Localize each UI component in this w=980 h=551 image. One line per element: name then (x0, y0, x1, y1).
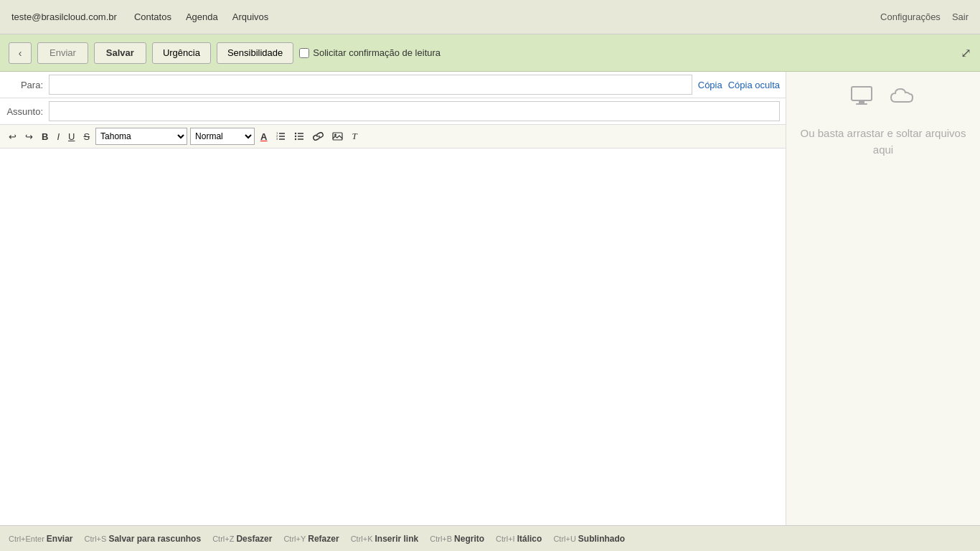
ordered-list-button[interactable]: 123 (273, 130, 288, 143)
font-size-select[interactable]: Normal Pequeno Grande (190, 128, 255, 145)
strikethrough-button[interactable]: S (80, 130, 93, 143)
shortcut-underline: Ctrl+U Sublinhado (553, 534, 625, 544)
cc-link[interactable]: Cópia (698, 80, 722, 90)
format-toolbar: ↩ ↪ B I U S Tahoma Arial Times New Roman… (0, 125, 786, 149)
user-email: teste@brasilcloud.com.br (11, 11, 117, 22)
expand-icon[interactable]: ⤢ (961, 46, 971, 60)
drop-text: Ou basta arrastar e soltar arquivos aqui (798, 126, 969, 158)
shortcut-link: Ctrl+K Inserir link (351, 534, 419, 544)
confirm-read-text: Solicitar confirmação de leitura (313, 47, 440, 58)
save-button[interactable]: Salvar (94, 42, 146, 64)
top-navigation: teste@brasilcloud.com.br Contatos Agenda… (0, 0, 980, 34)
confirm-read-label[interactable]: Solicitar confirmação de leitura (299, 47, 440, 58)
nav-arquivos[interactable]: Arquivos (232, 11, 269, 22)
configuracoes-link[interactable]: Configurações (880, 11, 941, 22)
svg-point-14 (334, 134, 336, 136)
subject-label: Assunto: (6, 106, 49, 117)
monitor-icon[interactable] (850, 86, 873, 111)
cc-bcc-links: Cópia Cópia oculta (698, 80, 780, 90)
shortcut-key-redo: Ctrl+Y (283, 534, 306, 543)
shortcut-label-send: Enviar (47, 534, 73, 544)
compose-toolbar-left: ‹ Enviar Salvar Urgência Sensibilidade S… (9, 42, 440, 64)
compose-main: Para: Cópia Cópia oculta Assunto: ↩ ↪ B … (0, 72, 980, 525)
to-input[interactable] (49, 75, 692, 95)
shortcut-key-undo: Ctrl+Z (212, 534, 234, 543)
redo-button[interactable]: ↪ (22, 130, 36, 143)
clear-format-button[interactable]: T (349, 129, 359, 143)
svg-point-10 (295, 136, 296, 137)
to-field-row: Para: Cópia Cópia oculta (0, 72, 786, 98)
shortcut-save: Ctrl+S Salvar para rascunhos (85, 534, 202, 544)
shortcut-label-italic: Itálico (517, 534, 542, 544)
shortcut-key-link: Ctrl+K (351, 534, 373, 543)
insert-image-button[interactable] (329, 131, 346, 142)
svg-rect-13 (333, 133, 342, 140)
unordered-list-button[interactable] (291, 130, 307, 143)
attach-panel: Ou basta arrastar e soltar arquivos aqui (786, 72, 980, 525)
shortcut-italic: Ctrl+I Itálico (496, 534, 542, 544)
italic-button[interactable]: I (54, 130, 62, 143)
shortcut-label-redo: Refazer (308, 534, 339, 544)
nav-agenda[interactable]: Agenda (186, 11, 218, 22)
top-nav-left: teste@brasilcloud.com.br Contatos Agenda… (11, 11, 268, 22)
svg-rect-17 (856, 103, 867, 105)
shortcut-key-bold: Ctrl+B (430, 534, 452, 543)
send-button[interactable]: Enviar (37, 42, 88, 64)
shortcut-label-save: Salvar para rascunhos (108, 534, 201, 544)
nav-contatos[interactable]: Contatos (134, 11, 171, 22)
shortcut-label-undo: Desfazer (236, 534, 272, 544)
insert-link-button[interactable] (310, 131, 326, 142)
shortcut-send: Ctrl+Enter Enviar (9, 534, 73, 544)
svg-text:3: 3 (276, 137, 278, 141)
shortcut-bold: Ctrl+B Negrito (430, 534, 484, 544)
svg-rect-15 (852, 87, 872, 100)
bcc-link[interactable]: Cópia oculta (728, 80, 780, 90)
font-color-button[interactable]: A (258, 130, 270, 143)
shortcut-key-italic: Ctrl+I (496, 534, 515, 543)
subject-field-row: Assunto: (0, 98, 786, 125)
nav-links: Contatos Agenda Arquivos (134, 11, 268, 22)
shortcut-label-underline: Sublinhado (578, 534, 625, 544)
confirm-read-checkbox[interactable] (299, 48, 309, 58)
sair-link[interactable]: Sair (952, 11, 969, 22)
bold-button[interactable]: B (39, 130, 51, 143)
font-name-select[interactable]: Tahoma Arial Times New Roman (95, 128, 187, 145)
underline-button[interactable]: U (65, 130, 77, 143)
attach-icons (850, 86, 916, 111)
expand-button-wrapper[interactable]: ⤢ (961, 45, 971, 61)
shortcut-label-bold: Negrito (454, 534, 484, 544)
sensibilidade-button[interactable]: Sensibilidade (217, 42, 293, 64)
shortcut-redo: Ctrl+Y Refazer (283, 534, 339, 544)
shortcut-key-send: Ctrl+Enter (9, 534, 44, 543)
back-button[interactable]: ‹ (9, 42, 32, 64)
svg-point-9 (295, 133, 296, 134)
shortcut-label-link: Inserir link (375, 534, 419, 544)
undo-button[interactable]: ↩ (6, 130, 19, 143)
urgencia-button[interactable]: Urgência (152, 42, 211, 64)
compose-toolbar: ‹ Enviar Salvar Urgência Sensibilidade S… (0, 34, 980, 72)
svg-point-11 (295, 138, 296, 140)
to-label: Para: (6, 80, 49, 90)
cloud-icon[interactable] (890, 86, 916, 111)
shortcut-bar: Ctrl+Enter Enviar Ctrl+S Salvar para ras… (0, 525, 980, 551)
email-editor[interactable] (0, 149, 786, 525)
subject-input[interactable] (49, 101, 780, 121)
shortcut-undo: Ctrl+Z Desfazer (212, 534, 272, 544)
shortcut-key-underline: Ctrl+U (553, 534, 575, 543)
shortcut-key-save: Ctrl+S (85, 534, 107, 543)
top-nav-right: Configurações Sair (880, 11, 969, 22)
svg-rect-16 (859, 100, 864, 103)
compose-left-panel: Para: Cópia Cópia oculta Assunto: ↩ ↪ B … (0, 72, 786, 525)
